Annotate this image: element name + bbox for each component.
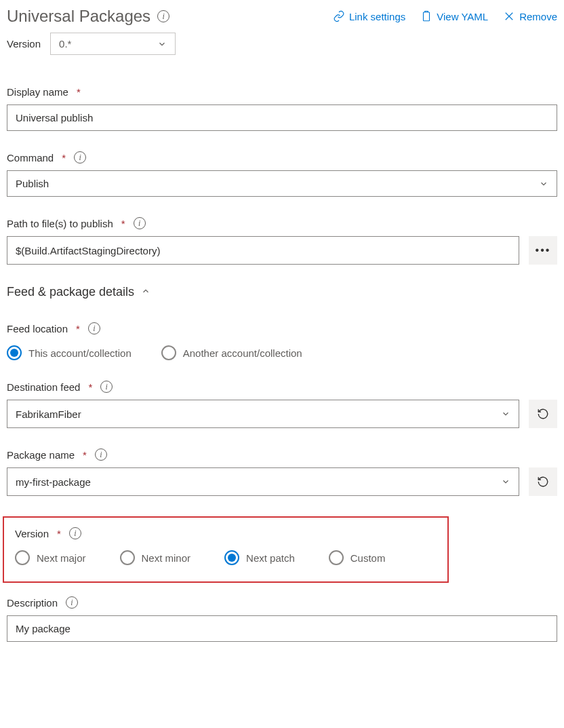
version-selector-value: 0.* xyxy=(59,38,71,50)
display-name-label: Display name xyxy=(7,86,68,98)
page-title: Universal Packages xyxy=(7,7,150,26)
command-select[interactable]: Publish xyxy=(7,170,557,197)
refresh-icon xyxy=(537,476,549,488)
version-patch-radio[interactable]: Next patch xyxy=(224,550,295,565)
link-settings-label: Link settings xyxy=(349,11,405,22)
radio-label: This account/collection xyxy=(28,347,132,359)
radio-icon xyxy=(120,550,135,565)
info-icon[interactable]: i xyxy=(134,217,146,229)
radio-icon xyxy=(161,345,176,360)
info-icon[interactable]: i xyxy=(100,381,113,393)
link-icon xyxy=(333,10,345,22)
radio-icon xyxy=(15,550,30,565)
remove-label: Remove xyxy=(519,11,557,22)
version-major-radio[interactable]: Next major xyxy=(15,550,86,565)
package-name-label: Package name xyxy=(7,449,75,461)
view-yaml-button[interactable]: View YAML xyxy=(420,10,488,22)
feed-location-this-radio[interactable]: This account/collection xyxy=(7,345,132,360)
chevron-down-icon xyxy=(501,409,510,419)
required-mark: * xyxy=(77,86,81,98)
destination-feed-value: FabrikamFiber xyxy=(16,408,81,420)
section-toggle[interactable]: Feed & package details xyxy=(7,285,557,302)
display-name-input[interactable] xyxy=(7,104,557,131)
command-select-value: Publish xyxy=(16,178,49,189)
chevron-down-icon xyxy=(501,477,510,486)
info-icon[interactable]: i xyxy=(88,322,100,334)
feed-location-label: Feed location xyxy=(7,323,68,334)
refresh-button[interactable] xyxy=(529,400,557,428)
path-input[interactable] xyxy=(7,236,519,265)
version-label: Version xyxy=(15,528,49,539)
radio-icon xyxy=(329,550,344,565)
radio-label: Next minor xyxy=(142,552,191,564)
link-settings-button[interactable]: Link settings xyxy=(333,10,405,22)
destination-feed-select[interactable]: FabrikamFiber xyxy=(7,400,519,428)
required-mark: * xyxy=(83,449,87,461)
description-label: Description xyxy=(7,597,58,609)
version-selector[interactable]: 0.* xyxy=(50,33,176,55)
command-label: Command xyxy=(7,152,54,164)
required-mark: * xyxy=(57,528,61,539)
radio-icon xyxy=(224,550,239,565)
section-title: Feed & package details xyxy=(7,285,134,299)
package-name-select[interactable]: my-first-package xyxy=(7,467,519,496)
version-custom-radio[interactable]: Custom xyxy=(329,550,386,565)
svg-rect-0 xyxy=(424,12,430,21)
close-icon xyxy=(503,10,515,22)
version-selector-label: Version xyxy=(7,38,41,50)
clipboard-icon xyxy=(420,10,432,22)
required-mark: * xyxy=(121,218,125,229)
radio-label: Next major xyxy=(37,552,86,564)
description-input[interactable] xyxy=(7,615,557,642)
info-icon[interactable]: i xyxy=(69,527,81,539)
view-yaml-label: View YAML xyxy=(437,11,488,22)
feed-location-another-radio[interactable]: Another account/collection xyxy=(161,345,302,360)
info-icon[interactable]: i xyxy=(157,10,169,22)
destination-feed-label: Destination feed xyxy=(7,381,80,393)
required-mark: * xyxy=(88,381,92,393)
info-icon[interactable]: i xyxy=(95,448,107,461)
radio-label: Custom xyxy=(350,552,386,564)
ellipsis-icon: ••• xyxy=(536,244,551,256)
version-minor-radio[interactable]: Next minor xyxy=(120,550,191,565)
refresh-button[interactable] xyxy=(529,467,557,496)
chevron-up-icon xyxy=(141,285,150,299)
info-icon[interactable]: i xyxy=(74,151,86,164)
required-mark: * xyxy=(76,323,80,334)
path-label: Path to file(s) to publish xyxy=(7,218,113,229)
remove-button[interactable]: Remove xyxy=(503,10,557,22)
chevron-down-icon xyxy=(157,39,167,49)
radio-icon xyxy=(7,345,22,360)
radio-label: Another account/collection xyxy=(183,347,302,359)
package-name-value: my-first-package xyxy=(16,476,91,488)
version-highlight-box: Version * i Next major Next minor Next p… xyxy=(3,516,449,583)
required-mark: * xyxy=(62,152,66,164)
refresh-icon xyxy=(537,408,549,420)
radio-label: Next patch xyxy=(246,552,295,564)
info-icon[interactable]: i xyxy=(66,596,78,609)
browse-button[interactable]: ••• xyxy=(529,236,557,265)
chevron-down-icon xyxy=(539,179,548,189)
